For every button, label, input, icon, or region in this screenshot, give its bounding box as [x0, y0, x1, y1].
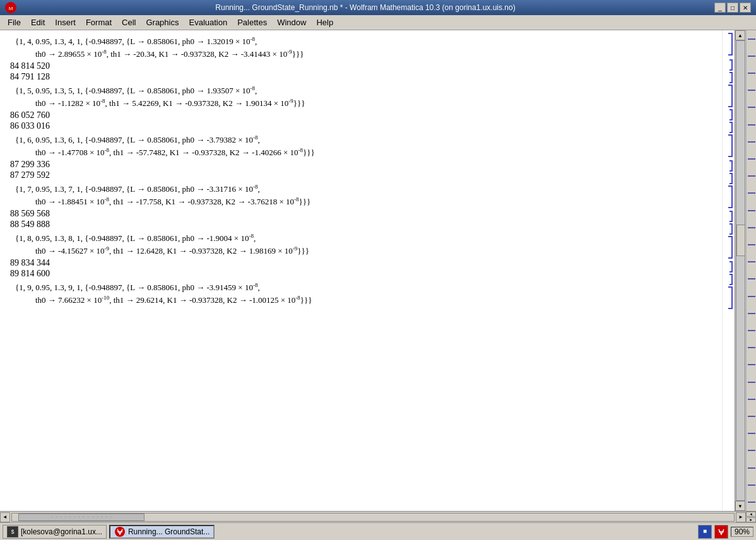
panel-line — [748, 141, 755, 143]
right-panel — [746, 30, 756, 511]
panel-line — [748, 261, 755, 262]
bracket-3 — [729, 72, 733, 83]
scroll-track[interactable] — [736, 40, 745, 501]
hscroll-track[interactable]: · · · · · · · · · · · · · · — [11, 513, 735, 522]
hscroll-thumb[interactable]: · · · · · · · · · · · · · · — [18, 514, 145, 521]
bracket-13 — [728, 236, 733, 259]
scroll-up-button[interactable]: ▲ — [735, 30, 745, 40]
panel-line — [748, 416, 755, 417]
scroll-thumb[interactable] — [736, 225, 745, 256]
bracket-7 — [728, 134, 733, 157]
cell-bracket-area — [722, 30, 735, 511]
panel-line — [748, 38, 755, 40]
blue-square-icon[interactable]: ■ — [698, 525, 712, 539]
panel-line — [748, 296, 755, 297]
panel-line — [748, 244, 755, 245]
math-block-5: {1, 8, 0.95, 1.3, 8, 1, {-0.948897, {L →… — [15, 232, 712, 257]
red-icon[interactable] — [714, 525, 728, 539]
scroll-down-button[interactable]: ▼ — [735, 501, 745, 511]
math-block-1: {1, 4, 0.95, 1.3, 4, 1, {-0.948897, {L →… — [15, 35, 712, 60]
minimize-button[interactable]: _ — [714, 3, 726, 13]
title-bar: M Running... GroundState_Running.nb * - … — [0, 0, 756, 15]
panel-line — [748, 364, 755, 365]
menu-insert[interactable]: Insert — [50, 16, 81, 28]
right-status: ■ 90% — [698, 525, 753, 539]
scroll-left-button[interactable]: ◄ — [0, 512, 10, 522]
menu-help[interactable]: Help — [311, 16, 338, 28]
number-86033016: 86 033 016 — [10, 121, 712, 131]
maximize-button[interactable]: □ — [727, 3, 738, 13]
window-controls: _ □ ✕ — [714, 3, 751, 13]
menu-window[interactable]: Window — [272, 16, 311, 28]
number-88549888: 88 549 888 — [10, 220, 712, 230]
number-86052760: 86 052 760 — [10, 110, 712, 120]
scroll-page-left[interactable]: ◄ — [746, 512, 756, 517]
bracket-5 — [729, 109, 733, 120]
extra-scroll-buttons: ◄ ► — [746, 512, 756, 522]
bracket-15 — [729, 274, 733, 285]
menu-format[interactable]: Format — [81, 16, 117, 28]
scroll-right-button[interactable]: ► — [736, 512, 746, 522]
number-87299336: 87 299 336 — [10, 160, 712, 170]
terminal-icon: $ — [7, 526, 18, 537]
menu-edit[interactable]: Edit — [26, 16, 50, 28]
panel-line — [748, 90, 755, 91]
bracket-1 — [728, 33, 733, 56]
bracket-16 — [728, 286, 733, 309]
menu-cell[interactable]: Cell — [117, 16, 141, 28]
math-block-3: {1, 6, 0.95, 1.3, 6, 1, {-0.948897, {L →… — [15, 134, 712, 158]
status-bar: $ [kolesova@gorina1.ux... Running... Gro… — [0, 522, 756, 540]
window-title: Running... GroundState_Running.nb * - Wo… — [16, 3, 714, 12]
close-button[interactable]: ✕ — [740, 3, 751, 13]
menu-file[interactable]: File — [3, 16, 26, 28]
bracket-6 — [729, 122, 733, 133]
panel-line — [748, 399, 755, 400]
panel-line — [748, 192, 755, 194]
zoom-level: 90% — [731, 527, 753, 537]
panel-line — [748, 175, 755, 177]
panel-line — [748, 107, 755, 108]
scroll-page-right[interactable]: ► — [746, 517, 756, 522]
menu-palettes[interactable]: Palettes — [232, 16, 272, 28]
bracket-9 — [729, 173, 733, 184]
vertical-scrollbar[interactable]: ▲ ▼ — [735, 30, 746, 511]
bracket-11 — [729, 211, 733, 222]
number-87279592: 87 279 592 — [10, 170, 712, 180]
panel-line — [748, 210, 755, 211]
number-84814520: 84 814 520 — [10, 61, 712, 71]
bracket-8 — [729, 160, 733, 172]
menu-graphics[interactable]: Graphics — [141, 16, 184, 28]
panel-line — [748, 467, 755, 469]
bracket-4 — [728, 85, 733, 107]
number-89814600: 89 814 600 — [10, 269, 712, 279]
panel-line — [748, 330, 755, 331]
bracket-10 — [728, 185, 733, 208]
panel-line — [748, 313, 755, 314]
menu-evaluation[interactable]: Evaluation — [184, 16, 232, 28]
panel-line — [748, 56, 755, 57]
panel-line — [748, 382, 755, 383]
panel-line — [748, 450, 755, 451]
mathematica-running-icon — [114, 526, 126, 537]
panel-line — [748, 158, 755, 160]
panel-line — [748, 227, 755, 228]
panel-line — [748, 433, 755, 434]
math-block-4: {1, 7, 0.95, 1.3, 7, 1, {-0.948897, {L →… — [15, 183, 712, 208]
panel-line — [748, 124, 755, 126]
svg-text:M: M — [9, 6, 13, 11]
bracket-14 — [729, 261, 733, 273]
taskbar: $ [kolesova@gorina1.ux... Running... Gro… — [3, 525, 215, 539]
math-block-6: {1, 9, 0.95, 1.3, 9, 1, {-0.948897, {L →… — [15, 281, 712, 306]
panel-line — [748, 73, 755, 74]
horizontal-scrollbar: ◄ · · · · · · · · · · · · · · ► ◄ ► — [0, 511, 756, 522]
terminal-label: [kolesova@gorina1.ux... — [21, 527, 102, 536]
math-block-2: {1, 5, 0.95, 1.3, 5, 1, {-0.948897, {L →… — [15, 85, 712, 109]
number-89834344: 89 834 344 — [10, 258, 712, 268]
notebook-content: {1, 4, 0.95, 1.3, 4, 1, {-0.948897, {L →… — [0, 30, 722, 511]
taskbar-terminal[interactable]: $ [kolesova@gorina1.ux... — [3, 525, 107, 539]
menu-bar: File Edit Insert Format Cell Graphics Ev… — [0, 15, 756, 30]
panel-line — [748, 484, 755, 486]
taskbar-mathematica[interactable]: Running... GroundStat... — [109, 525, 215, 539]
app-icon: M — [5, 2, 16, 13]
bracket-12 — [729, 223, 733, 235]
